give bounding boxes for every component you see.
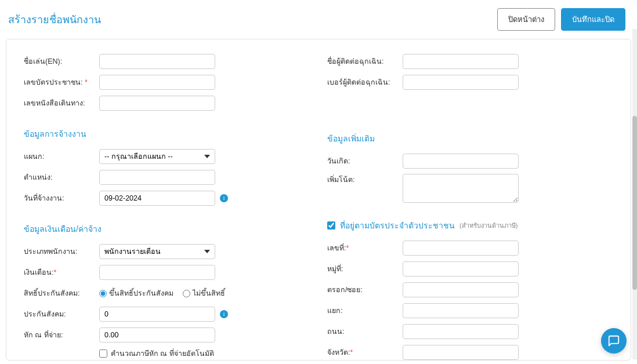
house-no-label: เลขที่:* (327, 242, 403, 254)
radio-no-right-label: ไม่ขึ้นสิทธิ์ (193, 287, 225, 299)
radio-has-social-right-input[interactable] (99, 290, 107, 297)
info-icon[interactable]: i (220, 194, 228, 202)
social-security-input[interactable] (99, 307, 215, 322)
passport-input[interactable] (99, 96, 215, 111)
emergency-name-label: ชื่อผู้ติดต่อฉุกเฉิน: (327, 56, 403, 67)
radio-no-social-right[interactable]: ไม่ขึ้นสิทธิ์ (183, 287, 225, 299)
scrollbar-thumb[interactable] (632, 116, 637, 290)
soi-input[interactable] (403, 282, 519, 297)
employment-section-title: ข้อมูลการจ้างงาน (24, 128, 310, 140)
position-label: ตำแหน่ง: (24, 172, 99, 183)
nickname-en-label: ชื่อเล่น(EN): (24, 56, 99, 67)
radio-has-social-right[interactable]: ขึ้นสิทธิ์ประกันสังคม (99, 287, 173, 299)
position-input[interactable] (99, 170, 215, 185)
province-label: จังหวัด:* (327, 347, 403, 358)
yaek-input[interactable] (403, 303, 519, 318)
id-card-label: เลขบัตรประชาชน: * (24, 77, 99, 88)
social-security-label: ประกันสังคม: (24, 308, 99, 320)
department-label: แผนก: (24, 151, 99, 162)
moo-input[interactable] (403, 261, 519, 276)
withholding-input[interactable] (99, 327, 215, 343)
form-container: ชื่อเล่น(EN): เลขบัตรประชาชน: * เลขหนังส… (6, 39, 631, 361)
withholding-label: หัก ณ ที่จ่าย: (24, 329, 99, 341)
employee-type-label: ประเภทพนักงาน: (24, 246, 99, 257)
radio-no-social-right-input[interactable] (183, 290, 190, 297)
yaek-label: แยก: (327, 305, 403, 316)
additional-section-title: ข้อมูลเพิ่มเติม (327, 132, 613, 145)
road-input[interactable] (403, 324, 519, 339)
auto-calc-label: คำนวณภาษีหัก ณ ที่จ่ายอัตโนมัติ (111, 348, 214, 359)
header-actions: ปิดหน้าต่าง บันทึกและปิด (497, 8, 625, 31)
note-textarea[interactable] (403, 174, 519, 203)
salary-section-title: ข้อมูลเงินเดือน/ค่าจ้าง (24, 223, 310, 235)
house-no-input[interactable] (403, 241, 519, 256)
start-date-input[interactable] (99, 191, 215, 206)
moo-label: หมู่ที่: (327, 263, 403, 275)
social-right-label: สิทธิ์ประกันสังคม: (24, 287, 99, 299)
salary-label: เงินเดือน:* (24, 267, 99, 278)
employee-type-select[interactable]: พนักงานรายเดือน (99, 244, 215, 259)
province-input[interactable] (403, 345, 519, 360)
info-icon[interactable]: i (220, 310, 228, 318)
emergency-name-input[interactable] (403, 54, 519, 69)
chat-fab[interactable] (601, 328, 627, 354)
address-section-subtitle: (สำหรับงานด้านภาษี) (459, 220, 517, 231)
road-label: ถนน: (327, 326, 403, 337)
start-date-label: วันที่จ้างงาน: (24, 192, 99, 204)
nickname-en-input[interactable] (99, 54, 215, 69)
department-select[interactable]: -- กรุณาเลือกแผนก -- (99, 149, 215, 164)
soi-label: ตรอก/ซอย: (327, 284, 403, 296)
close-button[interactable]: ปิดหน้าต่าง (497, 8, 555, 31)
emergency-phone-input[interactable] (403, 75, 519, 90)
address-section-checkbox[interactable] (327, 221, 335, 230)
id-card-input[interactable] (99, 75, 215, 90)
radio-has-right-label: ขึ้นสิทธิ์ประกันสังคม (109, 287, 173, 299)
emergency-phone-label: เบอร์ผู้ติดต่อฉุกเฉิน: (327, 77, 403, 88)
auto-calc-checkbox[interactable] (99, 350, 107, 358)
chat-icon (607, 334, 620, 347)
birthdate-label: วันเกิด: (327, 155, 403, 167)
salary-input[interactable] (99, 265, 215, 280)
note-label: เพิ่มโน้ต: (327, 174, 403, 185)
birthdate-input[interactable] (403, 154, 519, 169)
page-title: สร้างรายชื่อพนักงาน (8, 11, 101, 28)
save-and-close-button[interactable]: บันทึกและปิด (561, 8, 625, 31)
passport-label: เลขหนังสือเดินทาง: (24, 97, 99, 109)
address-section-title: ที่อยู่ตามบัตรประจำตัวประชาชน (340, 219, 455, 232)
